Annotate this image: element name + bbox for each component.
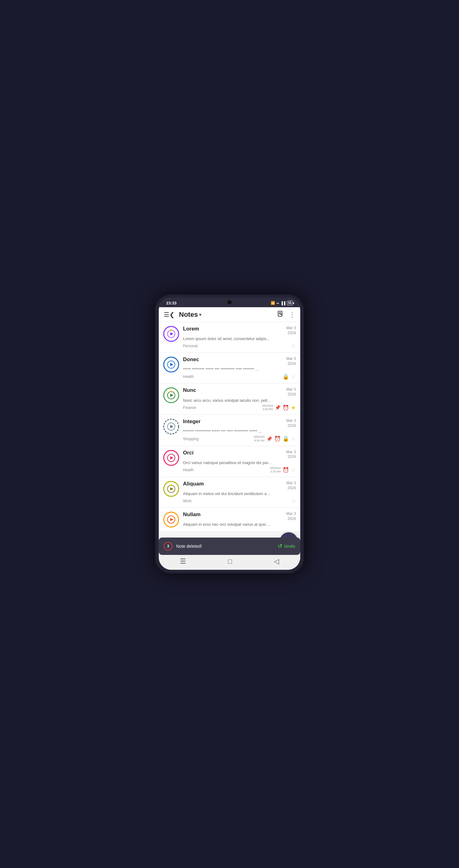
alarm-icon[interactable]: ⏰: [282, 467, 289, 473]
nav-back-icon[interactable]: ◁: [274, 557, 279, 565]
note-title: Nunc: [183, 387, 196, 393]
star-icon[interactable]: ☆: [291, 436, 296, 442]
note-date: Mar 32024: [286, 450, 296, 459]
alarm-icon[interactable]: ⏰: [282, 405, 289, 411]
wifi-icon: 📶: [271, 301, 275, 305]
note-actions: ☆: [291, 343, 296, 349]
note-preview: ******* ********** ***** *** **** ******…: [183, 429, 296, 434]
alarm-time: 3/5/20242:20 AM: [270, 467, 281, 474]
pin-icon[interactable]: 📌: [267, 436, 272, 442]
note-footer: Shopping 3/9/20249:30 AM 📌 ⏰ 🔒 ☆: [183, 435, 296, 442]
note-category: Shopping: [183, 437, 199, 441]
note-footer: Personal ☆: [183, 343, 296, 349]
alarm-time: 3/9/20249:30 AM: [254, 435, 265, 442]
note-category: Work: [183, 499, 192, 503]
note-title: Lorem: [183, 326, 199, 332]
nav-home-icon[interactable]: □: [228, 557, 232, 565]
note-footer: Health 3/5/20242:20 AM ⏰ ☆: [183, 467, 296, 474]
note-header: Aliquam Mar 32024: [183, 481, 296, 490]
chevron-down-icon: ▾: [199, 312, 201, 317]
star-icon[interactable]: ☆: [291, 498, 296, 504]
undo-icon: ↺: [278, 543, 282, 550]
note-actions: 🔒 ☆: [282, 373, 296, 380]
search-icon[interactable]: [277, 310, 284, 319]
alarm-time: 3/5/20243:00 PM: [262, 404, 273, 411]
star-icon[interactable]: ★: [291, 404, 296, 411]
note-content: Orci Mar 32024 Orci varius natoque penat…: [183, 450, 296, 474]
list-item[interactable]: Donec Mar 32024 ***** ******** ***** ***…: [159, 353, 300, 383]
note-date: Mar 32024: [286, 387, 296, 397]
note-preview: Aliquam in metus vel dui tincidunt vesti…: [183, 491, 296, 496]
star-icon[interactable]: ☆: [291, 343, 296, 349]
note-content: Donec Mar 32024 ***** ******** ***** ***…: [183, 356, 296, 380]
avatar: [163, 356, 179, 373]
app-title-text: Notes: [179, 311, 198, 319]
list-item[interactable]: Integer Mar 32024 ******* ********** ***…: [159, 415, 300, 446]
note-actions: 3/9/20249:30 AM 📌 ⏰ 🔒 ☆: [254, 435, 296, 442]
avatar: [163, 450, 179, 466]
note-header: Integer Mar 32024: [183, 418, 296, 428]
star-icon[interactable]: ☆: [291, 467, 296, 473]
app-header: ☰❮ Notes ▾ ⋮: [159, 307, 300, 322]
svg-line-2: [281, 314, 282, 315]
avatar: [163, 387, 179, 403]
note-footer: Health 🔒 ☆: [183, 373, 296, 380]
lock-icon[interactable]: 🔒: [282, 436, 289, 442]
bars-icon: ▐▐: [280, 301, 285, 305]
star-icon[interactable]: ☆: [291, 373, 296, 380]
note-header: Nunc Mar 32024: [183, 387, 296, 397]
note-category: Personal: [183, 344, 197, 348]
alarm-icon[interactable]: ⏰: [274, 436, 281, 442]
note-header: Nullam Mar 32024: [183, 512, 296, 521]
undo-button[interactable]: ↺ Undo: [278, 543, 295, 550]
notes-list: Lorem Mar 32024 Lorem ipsum dolor sit am…: [159, 322, 300, 554]
undo-label: Undo: [284, 544, 295, 549]
more-options-icon[interactable]: ⋮: [289, 311, 295, 318]
snackbar-message: Note deleted!: [176, 544, 274, 549]
app-title-container[interactable]: Notes ▾: [179, 311, 277, 319]
header-actions: ⋮: [277, 310, 295, 319]
note-date: Mar 32024: [286, 481, 296, 490]
note-preview: Nunc arcu arcu, varius volutpat iaculis …: [183, 398, 296, 403]
list-item[interactable]: Nullam Mar 32024 Aliquam in eros nec orc…: [159, 508, 300, 532]
note-category: Health: [183, 468, 194, 472]
note-date: Mar 32024: [286, 512, 296, 521]
note-title: Aliquam: [183, 481, 204, 487]
avatar: [163, 418, 179, 435]
note-footer: Work ☆: [183, 498, 296, 504]
menu-icon[interactable]: ☰❮: [164, 311, 175, 318]
note-category: Health: [183, 374, 194, 379]
note-date: Mar 32024: [286, 356, 296, 366]
note-category: Finance: [183, 405, 196, 410]
nav-menu-icon[interactable]: ☰: [180, 557, 186, 565]
pin-icon[interactable]: 📌: [275, 405, 281, 410]
signal-icon: ••: [277, 301, 279, 305]
note-preview: ***** ******** ***** *** ********* **** …: [183, 367, 296, 372]
lock-icon[interactable]: 🔒: [282, 374, 289, 380]
list-item[interactable]: Nunc Mar 32024 Nunc arcu arcu, varius vo…: [159, 383, 300, 415]
navigation-bar: ☰ □ ◁: [159, 554, 300, 570]
avatar: [163, 512, 179, 528]
note-title: Orci: [183, 450, 193, 456]
phone-frame: 23:33 📶 •• ▐▐ 55 ☰❮ Notes ▾: [155, 294, 304, 574]
note-actions: ☆: [291, 498, 296, 504]
note-date: Mar 32024: [286, 418, 296, 428]
note-title: Nullam: [183, 512, 201, 518]
note-title: Integer: [183, 418, 201, 425]
note-preview: Lorem ipsum dolor sit amet, consectetur …: [183, 336, 296, 341]
svg-point-1: [279, 312, 281, 314]
phone-screen: 23:33 📶 •• ▐▐ 55 ☰❮ Notes ▾: [159, 298, 300, 570]
list-item[interactable]: Aliquam Mar 32024 Aliquam in metus vel d…: [159, 477, 300, 508]
note-footer: Finance 3/5/20243:00 PM 📌 ⏰ ★: [183, 404, 296, 411]
svg-point-16: [170, 391, 172, 393]
list-item[interactable]: Orci Mar 32024 Orci varius natoque penat…: [159, 446, 300, 477]
note-title: Donec: [183, 356, 199, 363]
avatar: [163, 481, 179, 497]
battery-indicator: 55: [287, 301, 293, 305]
list-item[interactable]: Lorem Mar 32024 Lorem ipsum dolor sit am…: [159, 322, 300, 353]
avatar: [163, 326, 179, 342]
svg-rect-0: [278, 311, 282, 316]
snackbar: 3 Note deleted! ↺ Undo: [159, 537, 300, 555]
time-display: 23:33: [166, 301, 177, 305]
note-preview: Aliquam in eros nec orci volutpat varius…: [183, 522, 296, 527]
